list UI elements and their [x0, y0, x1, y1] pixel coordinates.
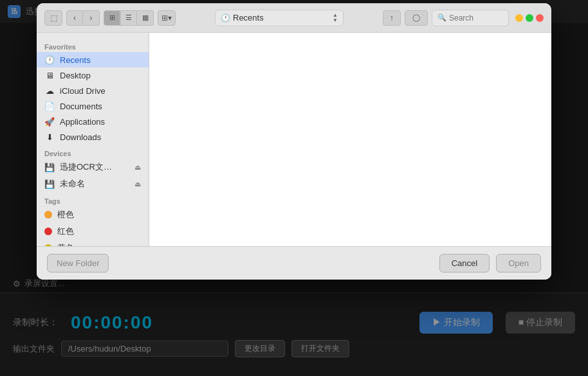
nav-back-button[interactable]: ‹	[66, 10, 83, 26]
sidebar-item-label: 未命名	[60, 178, 85, 190]
sidebar-item-recents[interactable]: 🕐 Recents	[37, 52, 149, 67]
sidebar-item-label: Desktop	[60, 71, 91, 80]
devices-section-label: Devices	[37, 145, 149, 159]
red-dot	[44, 228, 52, 235]
sidebar-item-ocr[interactable]: 💾 迅捷OCR文… ⏏	[37, 159, 149, 175]
favorites-section-label: Favorites	[37, 38, 149, 52]
sidebar-item-icloud[interactable]: ☁ iCloud Drive	[37, 83, 149, 98]
eject-icon[interactable]: ⏏	[134, 163, 141, 172]
downloads-icon: ⬇	[44, 132, 55, 142]
eject-icon[interactable]: ⏏	[134, 180, 141, 188]
view-group: ⊞ ☰ ▦	[104, 10, 154, 26]
view-columns-button[interactable]: ▦	[137, 10, 154, 26]
view-more-button[interactable]: ⊞▾	[158, 10, 176, 26]
sidebar-toggle-icon: ⬚	[50, 13, 57, 22]
open-button[interactable]: Open	[496, 254, 541, 273]
icloud-icon: ☁	[44, 85, 55, 96]
sidebar-item-tag-yellow[interactable]: 黄色	[37, 240, 149, 246]
search-icon: 🔍	[437, 13, 446, 22]
view-more-icon: ⊞▾	[161, 13, 172, 22]
nav-forward-button[interactable]: ›	[83, 10, 100, 26]
columns-icon: ▦	[142, 13, 149, 22]
chevron-left-icon: ‹	[73, 13, 76, 22]
sidebar-item-applications[interactable]: 🚀 Applications	[37, 114, 149, 129]
desktop-icon: 🖥	[44, 70, 55, 80]
sidebar-item-tag-orange[interactable]: 橙色	[37, 206, 149, 223]
view-list-button[interactable]: ☰	[120, 10, 137, 26]
sidebar-item-unnamed[interactable]: 💾 未命名 ⏏	[37, 175, 149, 192]
dialog-toolbar: ⬚ ‹ › ⊞ ☰ ▦ ⊞▾	[37, 3, 551, 33]
dialog-footer: New Folder Cancel Open	[37, 246, 551, 280]
location-arrows[interactable]: ▲ ▼	[333, 13, 338, 23]
orange-dot	[44, 211, 52, 219]
view-grid-button[interactable]: ⊞	[104, 10, 120, 26]
dialog-main-area	[149, 33, 551, 246]
cancel-button[interactable]: Cancel	[439, 254, 490, 273]
tags-section-label: Tags	[37, 192, 149, 206]
recents-icon: 🕐	[44, 55, 55, 65]
applications-icon: 🚀	[44, 116, 55, 127]
chevron-right-icon: ›	[90, 13, 93, 22]
file-dialog: ⬚ ‹ › ⊞ ☰ ▦ ⊞▾	[37, 3, 551, 280]
close-button[interactable]	[536, 14, 544, 22]
tag-label: 橙色	[57, 209, 74, 220]
sidebar-item-desktop[interactable]: 🖥 Desktop	[37, 67, 149, 83]
sidebar-item-label: 迅捷OCR文…	[60, 161, 112, 173]
window-controls	[515, 14, 544, 22]
drive-icon: 💾	[44, 179, 55, 189]
sidebar-item-tag-red[interactable]: 红色	[37, 223, 149, 240]
drive-icon: 💾	[44, 162, 55, 172]
share-icon: ↑	[390, 13, 394, 22]
nav-group: ‹ ›	[66, 10, 100, 26]
dialog-body: Favorites 🕐 Recents 🖥 Desktop ☁ iCloud D…	[37, 33, 551, 246]
share-button[interactable]: ↑	[383, 10, 401, 26]
sidebar-item-label: Recents	[60, 55, 91, 65]
grid-icon: ⊞	[109, 13, 115, 22]
documents-icon: 📄	[44, 101, 55, 111]
tag-label: 红色	[57, 226, 74, 237]
search-input[interactable]	[449, 13, 503, 22]
sidebar-item-documents[interactable]: 📄 Documents	[37, 98, 149, 114]
sidebar-item-downloads[interactable]: ⬇ Downloads	[37, 129, 149, 145]
tag-icon: ◯	[412, 13, 420, 22]
sidebar-item-label: Downloads	[60, 132, 101, 142]
location-bar: 🕐 Recents ▲ ▼	[215, 10, 344, 26]
sidebar-item-label: Documents	[60, 102, 102, 111]
list-icon: ☰	[125, 13, 132, 22]
tag-button[interactable]: ◯	[405, 10, 428, 26]
sidebar-item-label: iCloud Drive	[60, 86, 106, 96]
search-bar[interactable]: 🔍	[432, 10, 509, 26]
sidebar-item-label: Applications	[60, 117, 105, 127]
recents-icon: 🕐	[221, 13, 230, 22]
minimize-button[interactable]	[515, 14, 523, 22]
maximize-button[interactable]	[526, 14, 533, 22]
dialog-sidebar: Favorites 🕐 Recents 🖥 Desktop ☁ iCloud D…	[37, 33, 149, 246]
new-folder-button[interactable]: New Folder	[47, 254, 109, 273]
sidebar-toggle-button[interactable]: ⬚	[44, 10, 62, 26]
location-text: Recents	[233, 13, 264, 22]
